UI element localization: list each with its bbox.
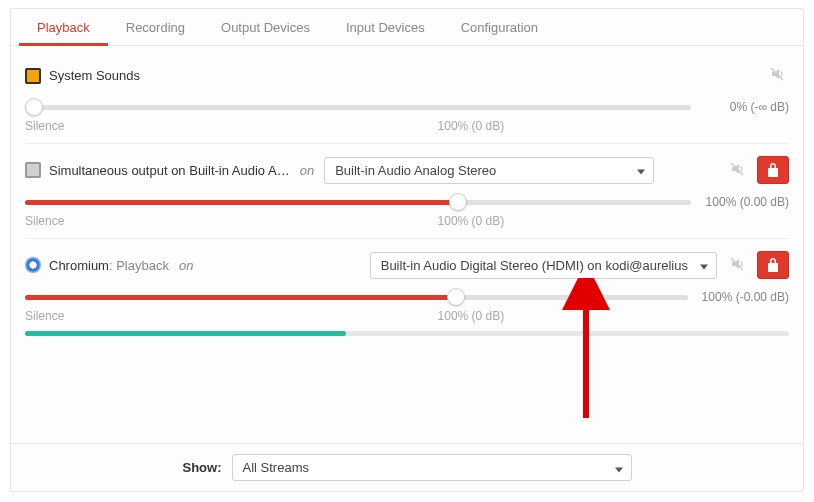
volume-slider[interactable] — [25, 287, 688, 307]
mute-button[interactable] — [765, 62, 789, 89]
output-device-select[interactable]: Built-in Audio Digital Stereo (HDMI) on … — [370, 252, 717, 279]
lock-icon — [767, 258, 779, 272]
tab-recording[interactable]: Recording — [108, 10, 203, 46]
scale-center: 100% (0 dB) — [438, 119, 505, 133]
mute-button[interactable] — [725, 157, 749, 184]
scale-center: 100% (0 dB) — [438, 214, 505, 228]
stream-name: System Sounds — [49, 68, 140, 83]
tab-output-devices[interactable]: Output Devices — [203, 10, 328, 46]
lock-channels-button[interactable] — [757, 251, 789, 279]
on-label: on — [179, 258, 193, 273]
tab-input-devices[interactable]: Input Devices — [328, 10, 443, 46]
stream-simultaneous-output: Simultaneous output on Built-in Audio A…… — [25, 143, 789, 238]
volume-readout: 100% (-0.00 dB) — [702, 290, 789, 304]
stream-system-sounds: System Sounds 0% (-∞ dB) Silence 100% (0 — [25, 56, 789, 143]
slider-thumb[interactable] — [25, 98, 43, 116]
lock-channels-button[interactable] — [757, 156, 789, 184]
volume-readout: 0% (-∞ dB) — [705, 100, 789, 114]
stream-app-name: Chromium — [49, 258, 109, 273]
mute-button[interactable] — [725, 252, 749, 279]
stream-chromium: Chromium: Playback on Built-in Audio Dig… — [25, 238, 789, 346]
chevron-down-icon — [637, 170, 645, 175]
system-sounds-icon — [25, 68, 41, 84]
tab-configuration[interactable]: Configuration — [443, 10, 556, 46]
pavucontrol-panel: Playback Recording Output Devices Input … — [10, 8, 804, 492]
tab-playback[interactable]: Playback — [19, 10, 108, 46]
scale-silence: Silence — [25, 309, 64, 323]
chevron-down-icon — [615, 467, 623, 472]
stream-sub: : Playback — [109, 258, 169, 273]
show-label: Show: — [183, 460, 222, 475]
chevron-down-icon — [700, 265, 708, 270]
tab-bar: Playback Recording Output Devices Input … — [11, 9, 803, 46]
output-device-select[interactable]: Built-in Audio Analog Stereo — [324, 157, 654, 184]
stream-name: Simultaneous output on Built-in Audio A… — [49, 163, 290, 178]
slider-thumb[interactable] — [449, 193, 467, 211]
volume-slider[interactable] — [25, 192, 691, 212]
scale-center: 100% (0 dB) — [438, 309, 505, 323]
audio-app-icon — [25, 162, 41, 178]
lock-icon — [767, 163, 779, 177]
slider-thumb[interactable] — [447, 288, 465, 306]
footer: Show: All Streams — [11, 443, 803, 491]
volume-slider[interactable] — [25, 97, 691, 117]
scale-silence: Silence — [25, 214, 64, 228]
scale-silence: Silence — [25, 119, 64, 133]
volume-readout: 100% (0.00 dB) — [705, 195, 789, 209]
chromium-icon — [25, 257, 41, 273]
on-label: on — [300, 163, 314, 178]
stream-list: System Sounds 0% (-∞ dB) Silence 100% (0 — [11, 46, 803, 443]
level-meter — [25, 331, 789, 336]
show-filter-select[interactable]: All Streams — [232, 454, 632, 481]
